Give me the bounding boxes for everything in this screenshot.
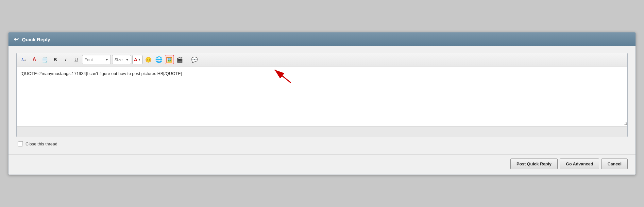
toolbar: A ▲ A 🗒️ B I xyxy=(17,53,627,66)
size-select-arrow-icon: ▼ xyxy=(126,58,129,62)
close-thread-checkbox[interactable] xyxy=(18,141,23,146)
back-icon[interactable]: ↩ xyxy=(14,36,19,43)
video-icon: 🎬 xyxy=(177,57,183,63)
font-size-smaller-icon: A xyxy=(21,58,24,62)
italic-icon: I xyxy=(65,57,66,62)
font-selector[interactable]: Font ▼ xyxy=(82,55,111,64)
bold-icon: B xyxy=(54,57,57,62)
underline-icon: U xyxy=(75,57,78,62)
dialog-footer: Post Quick Reply Go Advanced Cancel xyxy=(8,154,636,175)
italic-button[interactable]: I xyxy=(61,55,70,64)
size-select-label: Size xyxy=(114,57,124,62)
quote-icon: 💬 xyxy=(191,57,198,63)
translate-icon: 🌐 xyxy=(155,56,162,63)
reply-textarea[interactable]: [QUOTE=2manymustangs;171934]I can't figu… xyxy=(17,66,627,125)
color-selector[interactable]: A ▼ xyxy=(132,55,143,64)
font-size-larger-button[interactable]: A xyxy=(30,55,39,64)
quote-button[interactable]: 💬 xyxy=(190,55,199,64)
bold-button[interactable]: B xyxy=(51,55,60,64)
font-size-smaller-button[interactable]: A ▲ xyxy=(19,55,28,64)
underline-button[interactable]: U xyxy=(72,55,81,64)
font-decrease-sub-icon: ▲ xyxy=(24,58,26,61)
video-button[interactable]: 🎬 xyxy=(175,55,184,64)
dialog-title: Quick Reply xyxy=(22,37,50,42)
translate-button[interactable]: 🌐 xyxy=(154,55,163,64)
post-quick-reply-button[interactable]: Post Quick Reply xyxy=(510,159,558,169)
editor-container: A ▲ A 🗒️ B I xyxy=(16,53,628,137)
dialog-header: ↩ Quick Reply xyxy=(8,32,636,46)
color-arrow-icon: ▼ xyxy=(138,58,141,61)
close-thread-row: Close this thread xyxy=(16,137,628,149)
font-select-label: Font xyxy=(84,57,104,62)
emoji-icon: 😊 xyxy=(145,57,152,63)
editor-footer-bar xyxy=(17,126,627,137)
image-icon-button[interactable]: 🖼️ xyxy=(165,55,174,64)
toolbar-separator xyxy=(187,56,187,64)
cancel-button[interactable]: Cancel xyxy=(601,159,628,169)
color-letter-icon: A xyxy=(134,57,137,62)
go-advanced-button[interactable]: Go Advanced xyxy=(560,159,599,169)
size-selector[interactable]: Size ▼ xyxy=(112,55,131,64)
image-icon: 🖼️ xyxy=(166,57,173,63)
editor-area: [QUOTE=2manymustangs;171934]I can't figu… xyxy=(17,66,627,126)
remove-format-icon: 🗒️ xyxy=(42,57,48,63)
remove-format-button[interactable]: 🗒️ xyxy=(40,55,49,64)
close-thread-label[interactable]: Close this thread xyxy=(25,141,58,146)
dialog-body: A ▲ A 🗒️ B I xyxy=(8,46,636,154)
quick-reply-dialog: ↩ Quick Reply A ▲ A 🗒️ xyxy=(8,32,636,175)
font-size-larger-icon: A xyxy=(32,57,36,63)
emoji-button[interactable]: 😊 xyxy=(144,55,153,64)
font-select-arrow-icon: ▼ xyxy=(105,58,109,62)
